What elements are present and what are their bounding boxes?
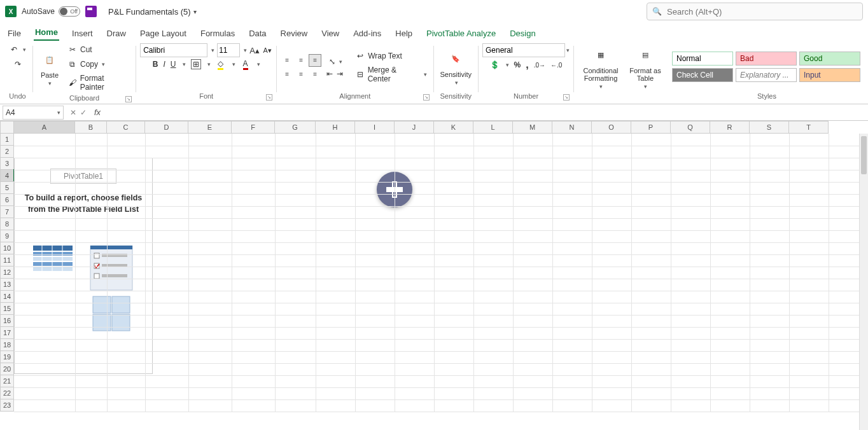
underline-button[interactable]: U bbox=[171, 60, 176, 69]
accounting-format-button[interactable]: 💲 bbox=[490, 60, 500, 69]
sensitivity-button[interactable]: 🔖 Sensitivity ▾ bbox=[437, 48, 474, 87]
style-explanatory-[interactable]: Explanatory ... bbox=[736, 68, 797, 82]
conditional-formatting-button[interactable]: ▦ Conditional Formatting▾ bbox=[578, 44, 624, 91]
row-header-13[interactable]: 13 bbox=[0, 279, 14, 291]
increase-decimal-button[interactable]: .0→ bbox=[534, 62, 545, 69]
align-top-button[interactable]: ≡ bbox=[281, 54, 293, 67]
worksheet[interactable]: ABCDEFGHIJKLMNOPQRST 1234567891011121314… bbox=[0, 121, 868, 430]
cut-button[interactable]: ✂Cut bbox=[65, 43, 132, 56]
col-header-E[interactable]: E bbox=[188, 121, 232, 134]
col-header-S[interactable]: S bbox=[750, 121, 789, 134]
col-header-C[interactable]: C bbox=[107, 121, 145, 134]
align-middle-button[interactable]: ≡ bbox=[295, 54, 307, 67]
borders-button[interactable]: ⊞ bbox=[191, 59, 201, 69]
col-header-R[interactable]: R bbox=[710, 121, 750, 134]
row-header-19[interactable]: 19 bbox=[0, 351, 14, 363]
row-header-3[interactable]: 3 bbox=[0, 158, 14, 170]
format-painter-button[interactable]: 🖌Format Painter bbox=[65, 73, 132, 93]
vertical-scrollbar[interactable] bbox=[859, 134, 868, 430]
row-header-8[interactable]: 8 bbox=[0, 218, 14, 230]
decrease-indent-button[interactable]: ⇤ bbox=[326, 69, 333, 78]
col-header-O[interactable]: O bbox=[592, 121, 631, 134]
align-bottom-button[interactable]: ≡ bbox=[309, 54, 321, 67]
row-header-7[interactable]: 7 bbox=[0, 206, 14, 218]
row-header-20[interactable]: 20 bbox=[0, 363, 14, 375]
row-header-14[interactable]: 14 bbox=[0, 291, 14, 303]
percent-format-button[interactable]: % bbox=[514, 60, 521, 69]
tab-design[interactable]: Design bbox=[508, 26, 536, 41]
row-header-17[interactable]: 17 bbox=[0, 327, 14, 339]
autosave-toggle[interactable]: AutoSave Off bbox=[22, 6, 80, 17]
orientation-button[interactable]: ⤡▾ bbox=[326, 56, 345, 67]
row-header-21[interactable]: 21 bbox=[0, 375, 14, 387]
cancel-formula-button[interactable]: ✕ bbox=[70, 108, 76, 117]
col-header-P[interactable]: P bbox=[631, 121, 671, 134]
style-input[interactable]: Input bbox=[799, 68, 860, 82]
tab-insert[interactable]: Insert bbox=[71, 26, 94, 41]
style-good[interactable]: Good bbox=[799, 52, 860, 66]
col-header-B[interactable]: B bbox=[75, 121, 107, 134]
decrease-decimal-button[interactable]: ←.0 bbox=[550, 62, 562, 69]
wrap-text-button[interactable]: ↩Wrap Text bbox=[353, 50, 429, 62]
tab-pivottable-analyze[interactable]: PivotTable Analyze bbox=[425, 26, 497, 41]
col-header-J[interactable]: J bbox=[395, 121, 434, 134]
clipboard-dialog-launcher[interactable]: ↘ bbox=[125, 96, 132, 102]
comma-format-button[interactable]: , bbox=[526, 59, 528, 71]
col-header-L[interactable]: L bbox=[473, 121, 513, 134]
font-size-select[interactable] bbox=[217, 43, 240, 57]
row-header-6[interactable]: 6 bbox=[0, 194, 14, 206]
save-button[interactable] bbox=[85, 6, 97, 17]
style-check-cell[interactable]: Check Cell bbox=[672, 68, 733, 82]
undo-button[interactable]: ↶▾ bbox=[6, 43, 29, 56]
col-header-H[interactable]: H bbox=[316, 121, 355, 134]
tab-draw[interactable]: Draw bbox=[106, 26, 127, 41]
fill-color-button[interactable]: ◇ bbox=[216, 59, 226, 69]
row-header-1[interactable]: 1 bbox=[0, 134, 14, 146]
col-header-N[interactable]: N bbox=[552, 121, 592, 134]
style-normal[interactable]: Normal bbox=[672, 52, 733, 66]
formula-input[interactable] bbox=[104, 106, 868, 120]
select-all-corner[interactable] bbox=[0, 121, 14, 134]
tab-home[interactable]: Home bbox=[34, 25, 59, 41]
align-right-button[interactable]: ≡ bbox=[309, 68, 321, 81]
name-box[interactable]: A4 ▾ bbox=[3, 106, 64, 120]
row-header-18[interactable]: 18 bbox=[0, 339, 14, 351]
tab-review[interactable]: Review bbox=[279, 26, 309, 41]
tab-data[interactable]: Data bbox=[248, 26, 267, 41]
merge-center-button[interactable]: ⊟Merge & Center▾ bbox=[353, 64, 429, 85]
row-header-9[interactable]: 9 bbox=[0, 230, 14, 242]
pivot-placeholder[interactable]: PivotTable1 To build a report, choose fi… bbox=[14, 158, 153, 374]
col-header-Q[interactable]: Q bbox=[671, 121, 710, 134]
font-name-select[interactable] bbox=[140, 43, 207, 57]
tab-page-layout[interactable]: Page Layout bbox=[139, 26, 188, 41]
row-header-12[interactable]: 12 bbox=[0, 267, 14, 279]
decrease-font-button[interactable]: A▾ bbox=[262, 45, 272, 55]
align-left-button[interactable]: ≡ bbox=[281, 68, 293, 81]
row-header-4[interactable]: 4 bbox=[0, 170, 14, 182]
fx-icon[interactable]: fx bbox=[90, 108, 104, 117]
format-as-table-button[interactable]: ▤ Format as Table▾ bbox=[626, 44, 664, 91]
col-header-G[interactable]: G bbox=[275, 121, 316, 134]
tab-file[interactable]: File bbox=[6, 26, 22, 41]
col-header-I[interactable]: I bbox=[355, 121, 395, 134]
row-header-10[interactable]: 10 bbox=[0, 242, 14, 254]
increase-indent-button[interactable]: ⇥ bbox=[337, 69, 343, 78]
search-box[interactable]: 🔍 bbox=[647, 3, 863, 20]
align-center-button[interactable]: ≡ bbox=[295, 68, 307, 81]
redo-button[interactable]: ↷ bbox=[10, 58, 25, 71]
italic-button[interactable]: I bbox=[164, 60, 165, 69]
row-header-15[interactable]: 15 bbox=[0, 303, 14, 315]
paste-button[interactable]: 📋 Paste ▾ bbox=[37, 48, 62, 88]
number-dialog-launcher[interactable]: ↘ bbox=[563, 94, 570, 101]
row-header-23[interactable]: 23 bbox=[0, 399, 14, 412]
style-bad[interactable]: Bad bbox=[736, 52, 797, 66]
col-header-A[interactable]: A bbox=[14, 121, 75, 134]
filename-dropdown[interactable]: P&L Fundamentals (5) ▾ bbox=[108, 7, 197, 17]
col-header-T[interactable]: T bbox=[789, 121, 829, 134]
tab-formulas[interactable]: Formulas bbox=[199, 26, 236, 41]
col-header-K[interactable]: K bbox=[434, 121, 473, 134]
row-header-22[interactable]: 22 bbox=[0, 387, 14, 399]
tab-view[interactable]: View bbox=[320, 26, 340, 41]
col-header-M[interactable]: M bbox=[513, 121, 552, 134]
search-input[interactable] bbox=[667, 7, 857, 17]
